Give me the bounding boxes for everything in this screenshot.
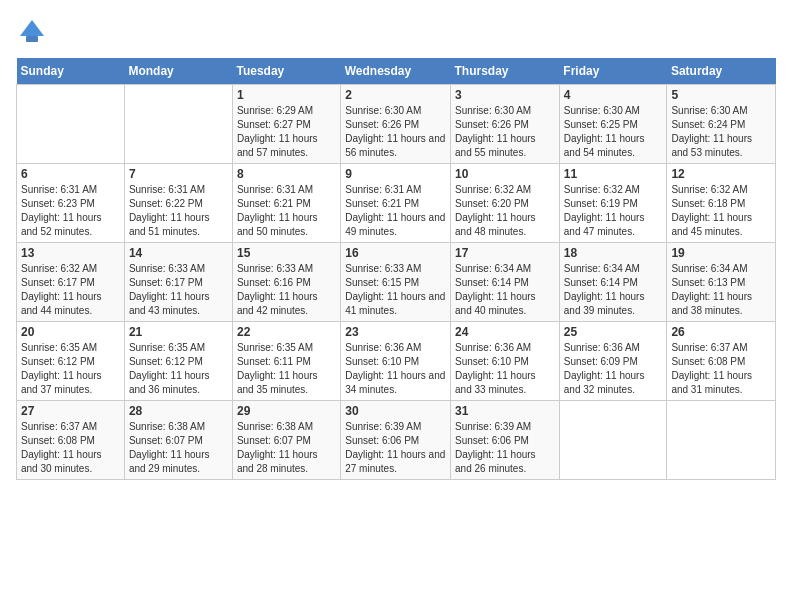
calendar-table: SundayMondayTuesdayWednesdayThursdayFrid… [16, 58, 776, 480]
header-tuesday: Tuesday [232, 58, 340, 85]
day-number: 21 [129, 325, 228, 339]
calendar-cell: 14Sunrise: 6:33 AM Sunset: 6:17 PM Dayli… [124, 243, 232, 322]
day-number: 1 [237, 88, 336, 102]
day-number: 29 [237, 404, 336, 418]
header-sunday: Sunday [17, 58, 125, 85]
day-info: Sunrise: 6:32 AM Sunset: 6:20 PM Dayligh… [455, 183, 555, 239]
day-number: 13 [21, 246, 120, 260]
calendar-cell: 17Sunrise: 6:34 AM Sunset: 6:14 PM Dayli… [451, 243, 560, 322]
calendar-cell: 2Sunrise: 6:30 AM Sunset: 6:26 PM Daylig… [341, 85, 451, 164]
calendar-cell [17, 85, 125, 164]
header-thursday: Thursday [451, 58, 560, 85]
calendar-cell: 25Sunrise: 6:36 AM Sunset: 6:09 PM Dayli… [559, 322, 667, 401]
day-number: 5 [671, 88, 771, 102]
calendar-cell: 10Sunrise: 6:32 AM Sunset: 6:20 PM Dayli… [451, 164, 560, 243]
day-number: 31 [455, 404, 555, 418]
svg-rect-1 [26, 36, 38, 42]
calendar-cell: 24Sunrise: 6:36 AM Sunset: 6:10 PM Dayli… [451, 322, 560, 401]
day-info: Sunrise: 6:31 AM Sunset: 6:21 PM Dayligh… [237, 183, 336, 239]
calendar-cell: 3Sunrise: 6:30 AM Sunset: 6:26 PM Daylig… [451, 85, 560, 164]
calendar-cell: 1Sunrise: 6:29 AM Sunset: 6:27 PM Daylig… [232, 85, 340, 164]
week-row-1: 1Sunrise: 6:29 AM Sunset: 6:27 PM Daylig… [17, 85, 776, 164]
week-row-3: 13Sunrise: 6:32 AM Sunset: 6:17 PM Dayli… [17, 243, 776, 322]
day-info: Sunrise: 6:38 AM Sunset: 6:07 PM Dayligh… [129, 420, 228, 476]
week-row-2: 6Sunrise: 6:31 AM Sunset: 6:23 PM Daylig… [17, 164, 776, 243]
day-number: 16 [345, 246, 446, 260]
week-row-4: 20Sunrise: 6:35 AM Sunset: 6:12 PM Dayli… [17, 322, 776, 401]
day-number: 30 [345, 404, 446, 418]
calendar-cell: 30Sunrise: 6:39 AM Sunset: 6:06 PM Dayli… [341, 401, 451, 480]
calendar-cell: 29Sunrise: 6:38 AM Sunset: 6:07 PM Dayli… [232, 401, 340, 480]
day-info: Sunrise: 6:33 AM Sunset: 6:17 PM Dayligh… [129, 262, 228, 318]
day-number: 20 [21, 325, 120, 339]
day-info: Sunrise: 6:34 AM Sunset: 6:13 PM Dayligh… [671, 262, 771, 318]
day-number: 19 [671, 246, 771, 260]
day-info: Sunrise: 6:39 AM Sunset: 6:06 PM Dayligh… [345, 420, 446, 476]
calendar-cell: 27Sunrise: 6:37 AM Sunset: 6:08 PM Dayli… [17, 401, 125, 480]
day-info: Sunrise: 6:39 AM Sunset: 6:06 PM Dayligh… [455, 420, 555, 476]
day-number: 8 [237, 167, 336, 181]
calendar-cell: 8Sunrise: 6:31 AM Sunset: 6:21 PM Daylig… [232, 164, 340, 243]
day-info: Sunrise: 6:35 AM Sunset: 6:12 PM Dayligh… [21, 341, 120, 397]
calendar-cell: 7Sunrise: 6:31 AM Sunset: 6:22 PM Daylig… [124, 164, 232, 243]
calendar-cell [559, 401, 667, 480]
calendar-cell: 11Sunrise: 6:32 AM Sunset: 6:19 PM Dayli… [559, 164, 667, 243]
day-number: 22 [237, 325, 336, 339]
day-info: Sunrise: 6:29 AM Sunset: 6:27 PM Dayligh… [237, 104, 336, 160]
calendar-cell: 5Sunrise: 6:30 AM Sunset: 6:24 PM Daylig… [667, 85, 776, 164]
day-info: Sunrise: 6:31 AM Sunset: 6:23 PM Dayligh… [21, 183, 120, 239]
day-number: 14 [129, 246, 228, 260]
day-number: 4 [564, 88, 663, 102]
day-number: 25 [564, 325, 663, 339]
header-saturday: Saturday [667, 58, 776, 85]
day-info: Sunrise: 6:34 AM Sunset: 6:14 PM Dayligh… [455, 262, 555, 318]
calendar-header-row: SundayMondayTuesdayWednesdayThursdayFrid… [17, 58, 776, 85]
week-row-5: 27Sunrise: 6:37 AM Sunset: 6:08 PM Dayli… [17, 401, 776, 480]
day-number: 26 [671, 325, 771, 339]
day-info: Sunrise: 6:33 AM Sunset: 6:15 PM Dayligh… [345, 262, 446, 318]
calendar-cell: 22Sunrise: 6:35 AM Sunset: 6:11 PM Dayli… [232, 322, 340, 401]
day-info: Sunrise: 6:30 AM Sunset: 6:24 PM Dayligh… [671, 104, 771, 160]
calendar-cell: 6Sunrise: 6:31 AM Sunset: 6:23 PM Daylig… [17, 164, 125, 243]
calendar-cell: 28Sunrise: 6:38 AM Sunset: 6:07 PM Dayli… [124, 401, 232, 480]
calendar-cell: 21Sunrise: 6:35 AM Sunset: 6:12 PM Dayli… [124, 322, 232, 401]
day-number: 2 [345, 88, 446, 102]
calendar-cell [124, 85, 232, 164]
calendar-cell: 15Sunrise: 6:33 AM Sunset: 6:16 PM Dayli… [232, 243, 340, 322]
day-info: Sunrise: 6:35 AM Sunset: 6:11 PM Dayligh… [237, 341, 336, 397]
day-info: Sunrise: 6:36 AM Sunset: 6:10 PM Dayligh… [345, 341, 446, 397]
day-info: Sunrise: 6:31 AM Sunset: 6:22 PM Dayligh… [129, 183, 228, 239]
day-number: 17 [455, 246, 555, 260]
calendar-cell: 18Sunrise: 6:34 AM Sunset: 6:14 PM Dayli… [559, 243, 667, 322]
day-number: 24 [455, 325, 555, 339]
day-info: Sunrise: 6:33 AM Sunset: 6:16 PM Dayligh… [237, 262, 336, 318]
day-info: Sunrise: 6:32 AM Sunset: 6:17 PM Dayligh… [21, 262, 120, 318]
calendar-cell: 16Sunrise: 6:33 AM Sunset: 6:15 PM Dayli… [341, 243, 451, 322]
calendar-cell: 9Sunrise: 6:31 AM Sunset: 6:21 PM Daylig… [341, 164, 451, 243]
day-number: 6 [21, 167, 120, 181]
day-number: 9 [345, 167, 446, 181]
calendar-cell: 12Sunrise: 6:32 AM Sunset: 6:18 PM Dayli… [667, 164, 776, 243]
day-info: Sunrise: 6:38 AM Sunset: 6:07 PM Dayligh… [237, 420, 336, 476]
day-number: 12 [671, 167, 771, 181]
day-number: 23 [345, 325, 446, 339]
calendar-cell: 31Sunrise: 6:39 AM Sunset: 6:06 PM Dayli… [451, 401, 560, 480]
day-number: 15 [237, 246, 336, 260]
calendar-cell: 4Sunrise: 6:30 AM Sunset: 6:25 PM Daylig… [559, 85, 667, 164]
header-friday: Friday [559, 58, 667, 85]
day-info: Sunrise: 6:37 AM Sunset: 6:08 PM Dayligh… [21, 420, 120, 476]
page-header [16, 16, 776, 48]
day-info: Sunrise: 6:35 AM Sunset: 6:12 PM Dayligh… [129, 341, 228, 397]
day-number: 3 [455, 88, 555, 102]
calendar-cell: 23Sunrise: 6:36 AM Sunset: 6:10 PM Dayli… [341, 322, 451, 401]
day-info: Sunrise: 6:32 AM Sunset: 6:18 PM Dayligh… [671, 183, 771, 239]
day-number: 28 [129, 404, 228, 418]
header-wednesday: Wednesday [341, 58, 451, 85]
calendar-cell: 26Sunrise: 6:37 AM Sunset: 6:08 PM Dayli… [667, 322, 776, 401]
day-info: Sunrise: 6:34 AM Sunset: 6:14 PM Dayligh… [564, 262, 663, 318]
svg-marker-0 [20, 20, 44, 36]
day-info: Sunrise: 6:30 AM Sunset: 6:25 PM Dayligh… [564, 104, 663, 160]
day-number: 27 [21, 404, 120, 418]
day-number: 11 [564, 167, 663, 181]
logo-icon [16, 16, 48, 48]
